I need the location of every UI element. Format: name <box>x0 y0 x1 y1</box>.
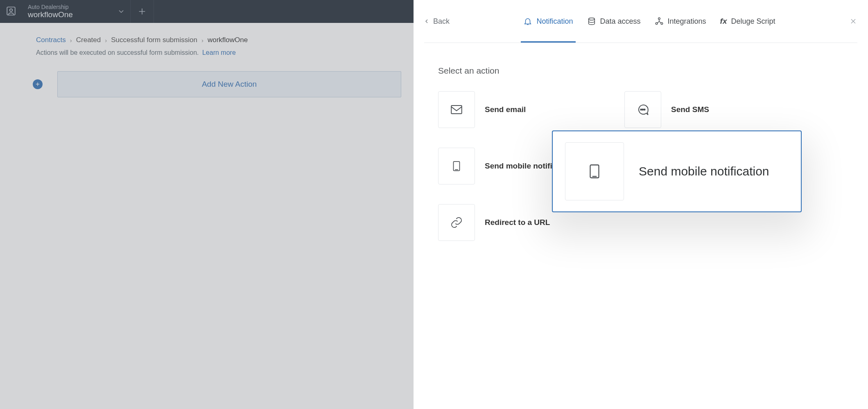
back-label: Back <box>433 17 450 26</box>
nodes-icon <box>655 17 664 26</box>
svg-point-9 <box>644 109 645 110</box>
svg-point-3 <box>656 22 658 25</box>
close-panel-button[interactable] <box>849 17 857 25</box>
tab-label: Data access <box>600 17 641 26</box>
popover-label: Send mobile notification <box>639 164 769 178</box>
action-label: Send email <box>485 105 526 114</box>
tab-deluge-script[interactable]: fx Deluge Script <box>720 0 775 43</box>
action-send-email[interactable]: Send email <box>438 91 624 128</box>
tablet-icon <box>565 142 624 200</box>
mail-icon <box>438 91 475 128</box>
svg-rect-12 <box>590 165 599 178</box>
tab-label: Notification <box>536 17 573 26</box>
tab-integrations[interactable]: Integrations <box>655 0 706 43</box>
bell-icon <box>523 17 532 26</box>
svg-point-7 <box>640 109 642 110</box>
tab-label: Deluge Script <box>731 17 775 26</box>
action-send-sms[interactable]: Send SMS <box>624 91 811 128</box>
tab-label: Integrations <box>668 17 706 26</box>
action-panel: Back Notification Data access Integratio… <box>414 0 868 409</box>
action-label: Redirect to a URL <box>485 218 550 227</box>
svg-point-8 <box>642 109 644 110</box>
tablet-icon <box>438 148 475 184</box>
svg-point-2 <box>588 18 594 20</box>
panel-title: Select an action <box>438 66 845 76</box>
svg-point-4 <box>661 22 663 25</box>
selected-action-popover[interactable]: Send mobile notification <box>552 130 802 212</box>
modal-overlay[interactable] <box>0 0 414 409</box>
svg-rect-6 <box>451 106 462 114</box>
panel-tabs: Notification Data access Integrations fx… <box>523 0 775 43</box>
tab-notification[interactable]: Notification <box>523 0 573 43</box>
action-label: Send SMS <box>671 105 709 114</box>
back-button[interactable]: Back <box>423 17 450 26</box>
tab-data-access[interactable]: Data access <box>587 0 641 43</box>
sms-icon <box>624 91 661 128</box>
link-icon <box>438 204 475 241</box>
database-icon <box>587 17 596 26</box>
fx-icon: fx <box>720 17 727 26</box>
svg-point-5 <box>658 18 660 20</box>
